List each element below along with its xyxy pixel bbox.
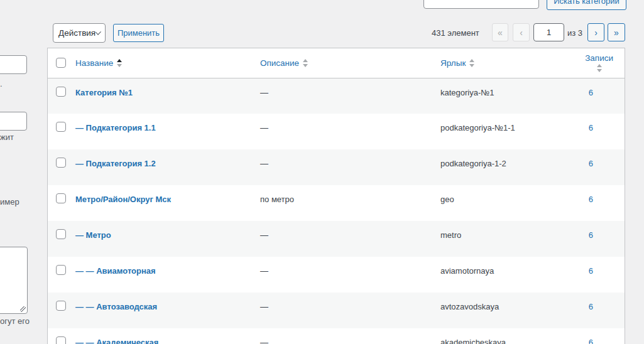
category-name-link[interactable]: — — Академическая xyxy=(75,338,158,344)
category-slug: podkategoriya-№1-1 xyxy=(440,114,550,149)
category-post-count-link[interactable]: 6 xyxy=(589,230,593,240)
category-description: — xyxy=(260,293,440,328)
prev-page-button[interactable]: ‹ xyxy=(513,23,530,41)
category-name-link[interactable]: — Подкатегория 1.2 xyxy=(75,159,156,168)
row-checkbox[interactable] xyxy=(56,122,66,132)
header-description-label: Описание xyxy=(260,58,299,68)
items-count-label: 431 элемент xyxy=(432,28,479,38)
left-form-text-fragment: огут его xyxy=(0,316,30,326)
category-description: — xyxy=(260,221,440,257)
apply-button[interactable]: Применить xyxy=(113,24,164,42)
category-post-count-link[interactable]: 6 xyxy=(589,123,593,132)
row-checkbox[interactable] xyxy=(56,87,66,97)
sort-arrows-icon xyxy=(597,64,602,72)
category-slug: podkategoriya-1-2 xyxy=(440,149,550,185)
category-post-count-link[interactable]: 6 xyxy=(589,338,593,344)
chevron-down-icon xyxy=(96,30,101,35)
resize-handle-icon[interactable] xyxy=(20,306,26,312)
category-name-link[interactable]: — Подкатегория 1.1 xyxy=(75,123,156,132)
category-slug: kategoriya-№1 xyxy=(440,78,550,114)
table-header: Название Описание xyxy=(48,48,625,78)
table-row: — Метро—metro6 xyxy=(48,221,625,257)
left-form-text-fragment: жит xyxy=(0,132,14,142)
first-page-button[interactable]: « xyxy=(492,23,508,41)
wordpress-categories-screen: . жит имер огут его Искать категории Дей… xyxy=(0,0,644,344)
sort-arrows-icon xyxy=(303,59,308,67)
category-slug: metro xyxy=(440,221,550,257)
sort-arrows-icon xyxy=(469,59,474,67)
row-checkbox[interactable] xyxy=(56,301,66,311)
category-description: по метро xyxy=(260,185,440,221)
bulk-actions-select[interactable]: Действия xyxy=(53,23,106,43)
sort-by-count-header[interactable]: Записи xyxy=(585,53,613,63)
category-slug: geo xyxy=(440,185,550,221)
sort-arrows-icon xyxy=(117,59,122,67)
category-description: — xyxy=(260,78,440,114)
category-slug: akademicheskaya xyxy=(440,328,550,344)
table-body: Категория №1—kategoriya-№16— Подкатегори… xyxy=(48,78,625,344)
total-pages-label: из 3 xyxy=(567,28,582,38)
row-checkbox[interactable] xyxy=(56,158,66,168)
category-name-link[interactable]: Категория №1 xyxy=(75,88,133,97)
category-name-link[interactable]: — — Авиамоторная xyxy=(75,266,156,276)
header-slug-label: Ярлык xyxy=(440,58,466,68)
left-form-input-fragment[interactable] xyxy=(0,112,27,131)
row-checkbox[interactable] xyxy=(56,229,66,239)
search-categories-button[interactable]: Искать категории xyxy=(547,0,626,10)
sort-by-slug-header[interactable]: Ярлык xyxy=(440,58,474,68)
left-form-text-fragment: имер xyxy=(0,197,19,207)
table-row: — Подкатегория 1.2—podkategoriya-1-26 xyxy=(48,149,625,185)
category-name-link[interactable]: — — Автозаводская xyxy=(75,302,157,311)
bulk-actions-selected-label: Действия xyxy=(58,28,96,38)
table-row: Метро/Район/Округ Мскпо метроgeo6 xyxy=(48,185,625,221)
table-row: — — Академическая—akademicheskaya6 xyxy=(48,328,625,344)
category-post-count-link[interactable]: 6 xyxy=(589,195,593,204)
last-page-button[interactable]: » xyxy=(608,23,625,41)
category-description: — xyxy=(260,328,440,344)
table-row: — — Авиамоторная—aviamotornaya6 xyxy=(48,257,625,293)
table-row: — — Автозаводская—avtozavodskaya6 xyxy=(48,293,625,328)
select-all-checkbox[interactable] xyxy=(56,58,66,68)
left-form-textarea-fragment[interactable] xyxy=(0,247,28,314)
category-slug: aviamotornaya xyxy=(440,257,550,293)
row-checkbox[interactable] xyxy=(56,265,66,275)
row-checkbox[interactable] xyxy=(56,336,66,344)
category-slug: avtozavodskaya xyxy=(440,293,550,328)
table-row: — Подкатегория 1.1—podkategoriya-№1-16 xyxy=(48,114,625,149)
category-description: — xyxy=(260,257,440,293)
category-description: — xyxy=(260,149,440,185)
search-input[interactable] xyxy=(423,0,539,9)
sort-by-description-header[interactable]: Описание xyxy=(260,58,308,68)
sort-by-name-header[interactable]: Название xyxy=(75,58,122,68)
category-post-count-link[interactable]: 6 xyxy=(589,302,593,311)
category-description: — xyxy=(260,114,440,149)
header-name-label: Название xyxy=(75,58,113,68)
header-count-label: Записи xyxy=(585,53,613,63)
left-form-input-fragment[interactable] xyxy=(0,55,27,74)
category-post-count-link[interactable]: 6 xyxy=(589,266,593,276)
current-page-input[interactable] xyxy=(533,23,564,41)
category-post-count-link[interactable]: 6 xyxy=(589,88,593,97)
left-form-text-fragment: . xyxy=(0,79,3,89)
category-post-count-link[interactable]: 6 xyxy=(589,159,593,168)
category-name-link[interactable]: Метро/Район/Округ Мск xyxy=(75,195,171,204)
table-row: Категория №1—kategoriya-№16 xyxy=(48,78,625,114)
category-name-link[interactable]: — Метро xyxy=(75,230,111,240)
next-page-button[interactable]: › xyxy=(587,23,604,41)
categories-table: Название Описание xyxy=(47,48,625,344)
row-checkbox[interactable] xyxy=(56,193,66,203)
